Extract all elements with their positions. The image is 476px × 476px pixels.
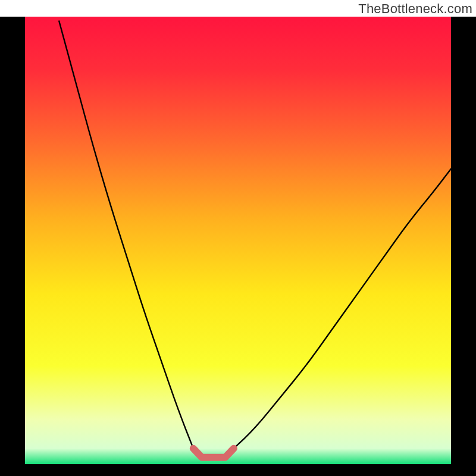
chart-frame: TheBottleneck.com — [0, 0, 476, 476]
gradient-panel — [25, 17, 451, 464]
watermark-text: TheBottleneck.com — [358, 1, 472, 17]
bottleneck-chart — [0, 0, 476, 476]
